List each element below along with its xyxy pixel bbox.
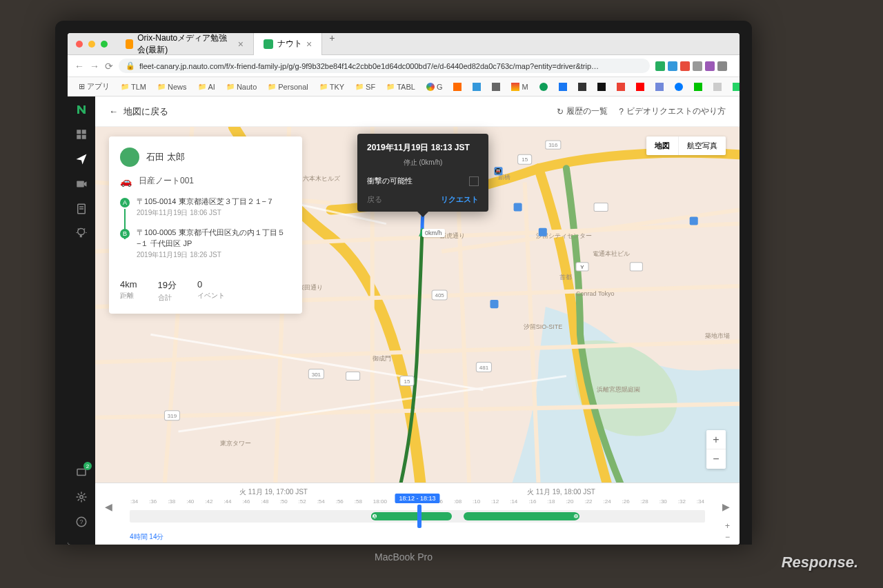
bookmark-item[interactable]: [613, 81, 629, 92]
timeline-trip-segment[interactable]: [371, 512, 452, 520]
video-request-help-button[interactable]: ? ビデオリクエストのやり方: [619, 105, 726, 117]
back-icon[interactable]: ←: [75, 61, 84, 72]
extension-icon[interactable]: [693, 61, 702, 71]
maximize-window-button[interactable]: [101, 41, 108, 48]
back-label: 地図に戻る: [123, 105, 168, 118]
extension-icon[interactable]: [668, 61, 677, 71]
bookmark-item[interactable]: [709, 81, 726, 92]
timeline-prev-button[interactable]: ◀: [105, 501, 112, 512]
sidebar-video-icon[interactable]: [74, 176, 89, 192]
window-controls[interactable]: [68, 41, 116, 48]
reload-icon[interactable]: ⟳: [105, 61, 113, 72]
bookmark-item[interactable]: [593, 81, 610, 92]
bookmark-item[interactable]: [449, 81, 466, 92]
duration-label: 合計: [158, 293, 177, 303]
close-tab-icon[interactable]: ×: [238, 39, 244, 50]
bookmark-folder[interactable]: SF: [351, 81, 379, 92]
timeline-tick: :48: [260, 498, 269, 505]
timeline-next-button[interactable]: ▶: [722, 501, 730, 512]
svg-point-9: [80, 496, 83, 499]
sidebar-help-icon[interactable]: ?: [74, 514, 89, 529]
sidebar-notifications-icon[interactable]: [74, 465, 89, 480]
apps-button[interactable]: ⊞ アプリ: [75, 80, 114, 93]
waypoint-b-marker: B: [120, 229, 130, 239]
nauto-logo[interactable]: [74, 102, 89, 117]
timeline-tick: :20: [565, 498, 574, 505]
sidebar-reports-icon[interactable]: [74, 201, 89, 216]
bookmark-item[interactable]: [535, 81, 552, 92]
bookmark-item[interactable]: [632, 81, 648, 92]
svg-text:405: 405: [435, 292, 444, 298]
svg-rect-0: [77, 130, 81, 134]
tooltip-request-button[interactable]: リクエスト: [441, 194, 479, 205]
timeline-track[interactable]: 18:12 - 18:13 A B: [130, 510, 705, 523]
extension-icon[interactable]: [717, 61, 727, 71]
map-type-map[interactable]: 地図: [646, 136, 679, 155]
tooltip-timestamp: 2019年11月19日 18:13 JST: [367, 142, 479, 154]
bookmark-item[interactable]: [488, 81, 504, 92]
timeline-tick: :34: [130, 498, 139, 505]
tab-favicon: [264, 39, 273, 49]
timeline-tick: :34: [696, 498, 705, 505]
svg-text:六本木ヒルズ: 六本木ヒルズ: [303, 175, 341, 182]
svg-text:Y: Y: [580, 264, 584, 270]
bookmark-folder[interactable]: News: [153, 81, 191, 92]
map[interactable]: 301 481 405 319 15 15 Y KK C1 4.9 316 31…: [95, 127, 740, 483]
back-to-map-link[interactable]: ← 地図に戻る: [109, 105, 168, 118]
url-input[interactable]: 🔒 fleet-canary.jp.nauto.com/f/x-friend-f…: [119, 59, 650, 73]
timeline-marker-b[interactable]: B: [573, 513, 579, 520]
bookmark-item[interactable]: [690, 81, 706, 92]
close-window-button[interactable]: [76, 41, 83, 48]
bookmark-folder[interactable]: TLM: [117, 81, 150, 92]
svg-text:C1: C1: [633, 264, 640, 270]
bookmark-item[interactable]: [468, 81, 485, 92]
bookmark-item[interactable]: WA: [728, 81, 740, 92]
bookmark-item[interactable]: M: [507, 81, 532, 92]
bookmark-folder[interactable]: TABL: [382, 81, 419, 92]
bookmark-item[interactable]: [651, 81, 668, 92]
bookmark-item[interactable]: [671, 81, 687, 92]
minimize-window-button[interactable]: [88, 41, 95, 48]
timeline-zoom-out-button[interactable]: −: [725, 532, 730, 542]
bookmark-folder[interactable]: AI: [194, 81, 219, 92]
close-tab-icon[interactable]: ×: [306, 39, 312, 50]
forward-icon[interactable]: →: [90, 61, 99, 72]
bookmark-folder[interactable]: Personal: [264, 81, 312, 92]
impact-checkbox[interactable]: [469, 176, 479, 186]
svg-text:御成門: 御成門: [373, 355, 391, 362]
lock-icon: 🔒: [126, 61, 135, 70]
sidebar-insights-icon[interactable]: [74, 226, 89, 241]
sidebar-dashboard-icon[interactable]: [74, 127, 89, 142]
tab-title: Orix-Nautoメディア勉強会(最新): [137, 33, 234, 56]
zoom-in-button[interactable]: +: [706, 430, 726, 449]
timeline-tick: :38: [167, 498, 176, 505]
distance-value: 4km: [120, 279, 137, 290]
bookmark-item[interactable]: G: [422, 81, 447, 92]
timeline-trip-segment[interactable]: [464, 512, 579, 520]
events-label: イベント: [197, 291, 225, 301]
bookmark-item[interactable]: [574, 81, 591, 92]
timeline-zoom-in-button[interactable]: +: [725, 521, 730, 531]
sidebar-map-icon[interactable]: [74, 152, 89, 167]
waypoint-a-marker: A: [120, 198, 130, 207]
extension-icon[interactable]: [705, 61, 715, 71]
driver-avatar[interactable]: [120, 148, 139, 167]
svg-text:首都: 首都: [559, 274, 572, 281]
speed-badge: 0km/h: [422, 229, 445, 237]
map-type-satellite[interactable]: 航空写真: [679, 136, 726, 155]
sidebar-settings-icon[interactable]: [74, 489, 89, 505]
nauto-app: ? ← 地図に戻る ↻ 履歴の一覧 ?: [68, 97, 740, 545]
bookmark-item[interactable]: [555, 81, 571, 92]
zoom-out-button[interactable]: −: [706, 449, 726, 469]
history-list-button[interactable]: ↻ 履歴の一覧: [557, 105, 608, 117]
tooltip-back-button[interactable]: 戻る: [367, 194, 382, 205]
extension-icon[interactable]: [655, 61, 665, 71]
extension-icon[interactable]: [680, 61, 690, 71]
timeline-tick: :14: [509, 498, 518, 505]
bookmark-folder[interactable]: TKY: [315, 81, 348, 92]
timeline-cursor[interactable]: [417, 505, 421, 528]
svg-rect-56: [690, 217, 698, 225]
svg-text:15: 15: [522, 156, 528, 163]
bookmark-folder[interactable]: Nauto: [222, 81, 261, 92]
timeline-tick: :52: [298, 498, 307, 505]
